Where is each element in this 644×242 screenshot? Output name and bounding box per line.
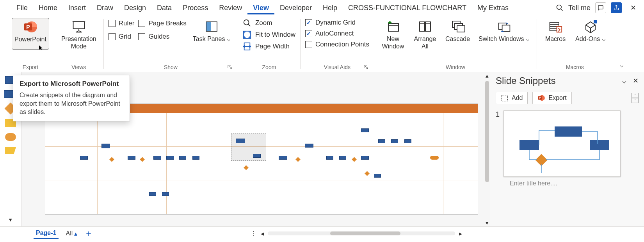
- new-window-button[interactable]: New Window: [379, 18, 407, 52]
- ribbon-collapse-icon[interactable]: ⌵: [613, 58, 631, 72]
- export-snippet-button[interactable]: P Export: [532, 92, 571, 104]
- svg-line-16: [248, 24, 251, 27]
- svg-rect-20: [388, 23, 398, 31]
- menu-insert[interactable]: Insert: [63, 2, 91, 14]
- slide-title-input[interactable]: Enter title here....: [496, 177, 639, 190]
- powerpoint-icon: P: [23, 20, 37, 34]
- new-window-icon: [386, 20, 400, 34]
- svg-rect-39: [502, 95, 508, 101]
- svg-rect-32: [502, 25, 510, 31]
- page-width-icon: [243, 42, 251, 51]
- comments-icon[interactable]: [595, 2, 606, 13]
- svg-text:P: P: [539, 96, 541, 99]
- tell-me[interactable]: Tell me: [568, 4, 591, 12]
- grid-checkbox[interactable]: Grid: [109, 33, 135, 41]
- stencil-flag-shape[interactable]: [5, 147, 16, 154]
- svg-rect-24: [420, 22, 425, 31]
- scroll-down-icon[interactable]: ▾: [486, 219, 489, 226]
- guides-checkbox[interactable]: Guides: [138, 33, 186, 41]
- arrange-all-button[interactable]: Arrange All: [411, 18, 439, 52]
- add-page-button[interactable]: ＋: [84, 228, 93, 239]
- switch-windows-icon: [497, 20, 511, 34]
- zoom-icon: [243, 19, 251, 27]
- search-icon[interactable]: [556, 4, 564, 12]
- hscroll-handle-icon[interactable]: ⋮: [251, 230, 257, 237]
- slide-snippets-panel: Slide Snippets ⌵ ✕ Add P Export ˄˅ 1: [490, 72, 644, 226]
- status-bar: Page-1 All ▴ ＋ ⋮ ◂ ▸: [0, 226, 644, 240]
- svg-line-1: [560, 9, 562, 11]
- menu-developer[interactable]: Developer: [274, 2, 317, 14]
- ribbon-group-macros: Macros Add-Ons ⌵ Macros: [537, 16, 613, 72]
- macros-label: Macros: [545, 35, 566, 43]
- cascade-button[interactable]: Cascade: [443, 18, 472, 44]
- menu-process[interactable]: Process: [177, 2, 213, 14]
- add-icon: [501, 94, 509, 102]
- hscroll-right-icon[interactable]: ▸: [459, 230, 462, 237]
- menu-help[interactable]: Help: [317, 2, 343, 14]
- zoom-button[interactable]: Zoom: [243, 19, 295, 27]
- powerpoint-button[interactable]: P PowerPoint: [12, 18, 49, 50]
- menu-review[interactable]: Review: [213, 2, 247, 14]
- slide-item-1[interactable]: 1: [496, 110, 639, 177]
- menu-home[interactable]: Home: [33, 2, 63, 14]
- vertical-scrollbar[interactable]: ▴ ▾: [484, 72, 490, 226]
- addons-label: Add-Ons ⌵: [575, 35, 606, 43]
- group-label-zoom: Zoom: [243, 63, 295, 71]
- show-dialog-launcher-icon[interactable]: [228, 65, 233, 70]
- macros-button[interactable]: Macros: [542, 18, 569, 44]
- menu-design[interactable]: Design: [119, 2, 151, 14]
- stencil-rounded-shape[interactable]: [5, 133, 16, 141]
- menu-draw[interactable]: Draw: [91, 2, 119, 14]
- hscroll-left-icon[interactable]: ◂: [261, 230, 264, 237]
- svg-rect-13: [206, 22, 211, 31]
- svg-rect-25: [425, 22, 431, 31]
- menu-data[interactable]: Data: [151, 2, 177, 14]
- presentation-label: Presentation Mode: [61, 35, 96, 50]
- connection-points-checkbox[interactable]: Connection Points: [305, 41, 369, 48]
- page-tab-1[interactable]: Page-1: [34, 228, 59, 239]
- fit-to-window-button[interactable]: Fit to Window: [243, 30, 295, 39]
- scroll-thumb[interactable]: [485, 81, 489, 182]
- group-label-views: Views: [59, 63, 99, 71]
- add-snippet-button[interactable]: Add: [496, 92, 528, 104]
- menu-crossfunctional[interactable]: CROSS-FUNCTIONAL FLOWCHART: [343, 2, 472, 14]
- all-pages-button[interactable]: All ▴: [66, 230, 77, 237]
- presentation-icon: [72, 20, 86, 34]
- svg-rect-30: [457, 26, 465, 32]
- presentation-mode-button[interactable]: Presentation Mode: [59, 18, 99, 52]
- scroll-up-icon[interactable]: ▴: [486, 72, 489, 79]
- slide-thumbnail[interactable]: [503, 110, 621, 177]
- panel-close-icon[interactable]: ✕: [633, 77, 639, 85]
- horizontal-scrollbar[interactable]: [268, 231, 455, 235]
- hscroll-thumb[interactable]: [330, 231, 400, 235]
- pagebreaks-checkbox[interactable]: Page Breaks: [138, 20, 186, 27]
- group-label-show: Show: [109, 63, 233, 71]
- ruler-checkbox[interactable]: Ruler: [109, 20, 135, 27]
- fit-label: Fit to Window: [255, 31, 295, 39]
- export-ppt-icon: P: [537, 94, 545, 102]
- switch-label: Switch Windows ⌵: [479, 35, 530, 43]
- autoconnect-checkbox[interactable]: AutoConnect: [305, 30, 369, 37]
- panel-collapse-icon[interactable]: ⌵: [622, 77, 626, 85]
- task-panes-button[interactable]: Task Panes ⌵: [190, 18, 233, 44]
- ribbon-group-window: New Window Arrange All Cascade Switch Wi…: [374, 16, 537, 72]
- switch-windows-button[interactable]: Switch Windows ⌵: [476, 18, 532, 44]
- ruler-label: Ruler: [119, 20, 135, 27]
- menu-bar: File Home Insert Draw Design Data Proces…: [0, 0, 644, 16]
- menu-view[interactable]: View: [247, 2, 274, 14]
- share-icon[interactable]: [611, 2, 622, 13]
- svg-point-0: [557, 5, 561, 10]
- stencil-more-icon[interactable]: ▾: [9, 216, 12, 223]
- page-width-button[interactable]: Page Width: [243, 42, 295, 51]
- group-label-export: Export: [12, 63, 49, 71]
- addons-button[interactable]: Add-Ons ⌵: [573, 18, 608, 44]
- menu-file[interactable]: File: [11, 2, 33, 14]
- visual-dialog-launcher-icon[interactable]: [364, 65, 369, 70]
- reorder-spinner[interactable]: ˄˅: [632, 93, 639, 103]
- dynamic-grid-checkbox[interactable]: Dynamic Grid: [305, 19, 369, 27]
- cascade-icon: [451, 20, 465, 34]
- close-icon[interactable]: ✕: [626, 4, 640, 12]
- tooltip-title: Export to Microsoft PowerPoint: [20, 80, 123, 88]
- menu-myextras[interactable]: My Extras: [472, 2, 514, 14]
- group-label-macros: Macros: [542, 63, 608, 71]
